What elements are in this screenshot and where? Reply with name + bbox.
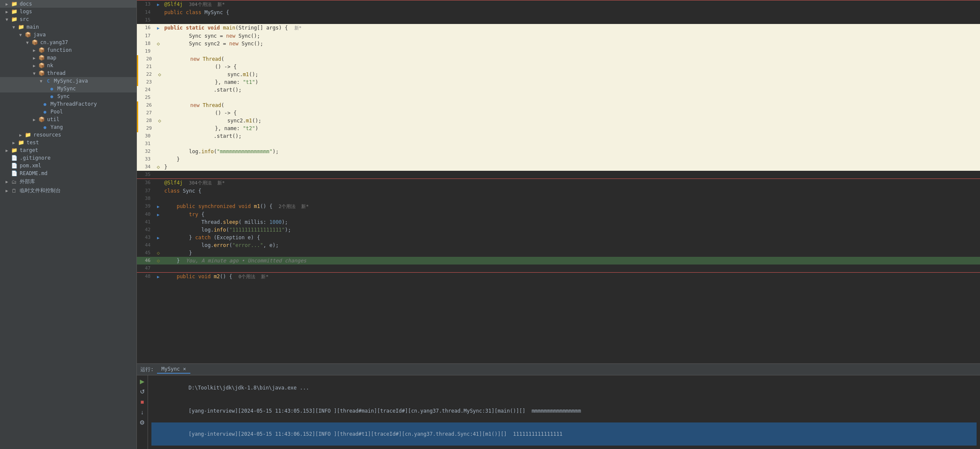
folder-icon: 📁 — [10, 16, 18, 22]
sidebar-label: util — [47, 116, 59, 122]
sidebar-item-external-libs[interactable]: ▶ 🗂 外部库 — [0, 177, 136, 186]
sidebar-item-main[interactable]: ▼ 📁 main — [0, 23, 136, 31]
sidebar-item-target[interactable]: ▶ 📁 target — [0, 146, 136, 154]
line-code: }, name: "t2") — [164, 125, 980, 132]
gutter — [155, 109, 164, 117]
line-code: public synchronized void m1() { 2个用法 新* — [163, 202, 980, 211]
sidebar-item-gitignore[interactable]: ▶ 📄 .gitignore — [0, 154, 136, 162]
expand-arrow: ▼ — [17, 33, 24, 37]
sidebar-item-readme[interactable]: ▶ 📄 README.md — [0, 169, 136, 177]
line-code — [163, 171, 980, 178]
gutter: ◇ — [154, 257, 163, 265]
folder-icon: 📁 — [10, 9, 18, 15]
line-number: 13 — [137, 0, 154, 9]
line-code: }, name: "t1") — [164, 78, 980, 86]
sidebar-item-thread[interactable]: ▼ 📦 thread — [0, 69, 136, 77]
file-icon: 📄 — [10, 155, 18, 161]
sidebar-item-mysync-java[interactable]: ▼ C MySync.java — [0, 77, 136, 85]
sidebar-label: main — [27, 24, 39, 30]
sidebar-item-yang[interactable]: ● Yang — [0, 123, 136, 131]
sidebar-item-pool[interactable]: ● Pool — [0, 108, 136, 116]
sidebar-item-mythreadfactory[interactable]: ● MyThreadFactory — [0, 100, 136, 108]
code-line-39: 39 ▶ public synchronized void m1() { 2个用… — [137, 202, 980, 211]
line-code — [163, 195, 980, 202]
line-number: 15 — [137, 16, 154, 24]
sidebar-label: MySync.java — [54, 78, 88, 84]
gutter — [155, 78, 164, 86]
line-number: 18 — [137, 40, 154, 48]
line-number: 41 — [137, 218, 154, 226]
expand-arrow: ▶ — [10, 140, 17, 145]
log-text: D:\Toolkit\jdk\jdk-1.8\bin\java.exe ... — [189, 385, 309, 391]
sidebar-item-java[interactable]: ▼ 📦 java — [0, 31, 136, 39]
sidebar-item-scratch[interactable]: ▶ 🗒 临时文件和控制台 — [0, 186, 136, 195]
file-icon: 📄 — [10, 163, 18, 169]
run-rerun-button[interactable]: ↺ — [138, 387, 147, 396]
sidebar-label: MySync — [57, 86, 76, 92]
class-icon: ● — [41, 109, 49, 115]
code-line-27: 27 () -> { — [137, 109, 980, 117]
line-number: 44 — [137, 241, 154, 249]
expand-arrow: ▶ — [31, 63, 38, 68]
gutter: ▶ — [154, 0, 163, 9]
folder-icon: 📁 — [17, 140, 25, 146]
sidebar-item-test[interactable]: ▶ 📁 test — [0, 139, 136, 146]
gutter: ▶ — [154, 211, 163, 218]
sidebar-item-nk[interactable]: ▶ 📦 nk — [0, 62, 136, 69]
expand-arrow: ▼ — [24, 40, 31, 45]
sidebar-item-map[interactable]: ▶ 📦 map — [0, 54, 136, 62]
expand-arrow: ▶ — [31, 48, 38, 53]
sidebar-item-logs[interactable]: ▶ 📁 logs — [0, 8, 136, 15]
sidebar-item-src[interactable]: ▼ 📁 src — [0, 15, 136, 23]
run-label: 运行: — [140, 366, 154, 373]
line-number: 47 — [137, 265, 154, 272]
package-icon: 📦 — [38, 47, 45, 53]
code-line-31: 31 — [137, 140, 980, 148]
line-number: 34 — [137, 163, 154, 171]
line-code — [163, 140, 980, 148]
sidebar-item-sync-class[interactable]: ● Sync — [0, 92, 136, 100]
run-tab-mysync[interactable]: MySync × — [157, 365, 190, 374]
expand-arrow: ▶ — [3, 188, 10, 193]
run-settings-button[interactable]: ⚙ — [138, 418, 147, 427]
sidebar-label: map — [47, 55, 56, 61]
run-log-area[interactable]: D:\Toolkit\jdk\jdk-1.8\bin\java.exe ... … — [148, 375, 980, 449]
code-line-29: 29 }, name: "t2") — [137, 125, 980, 132]
gutter: ◇ — [154, 40, 163, 48]
gutter: ▶ — [154, 202, 163, 211]
line-number: 48 — [137, 273, 154, 281]
gutter: ◇ — [154, 249, 163, 257]
code-line-14: 14 public class MySync { — [137, 9, 980, 16]
run-arrow[interactable]: ▶ — [157, 2, 160, 7]
line-code: } — [163, 249, 980, 257]
gutter — [154, 132, 163, 140]
sidebar-label: nk — [47, 62, 53, 68]
scratch-icon: 🗒 — [10, 188, 18, 194]
sidebar-label: .gitignore — [20, 155, 50, 161]
code-editor[interactable]: 13 ▶ @Slf4j 304个用法 新* 14 public class My… — [137, 0, 980, 363]
line-number: 36 — [137, 179, 154, 187]
run-scroll-button[interactable]: ↓ — [138, 408, 147, 416]
sidebar-item-pomxml[interactable]: ▶ 📄 pom.xml — [0, 162, 136, 169]
folder-icon: 📁 — [17, 24, 25, 30]
gutter — [154, 9, 163, 16]
run-play-button[interactable]: ▶ — [138, 377, 147, 386]
sidebar-item-cnyang37[interactable]: ▼ 📦 cn.yang37 — [0, 39, 136, 46]
sidebar-item-docs[interactable]: ▶ 📁 docs — [0, 0, 136, 8]
gutter: ▶ — [154, 234, 163, 241]
run-stop-button[interactable]: ■ — [138, 398, 147, 406]
code-line-44: 44 log.error("error...", e); — [137, 241, 980, 249]
sidebar-item-resources[interactable]: ▶ 📁 resources — [0, 131, 136, 139]
code-line-47: 47 — [137, 265, 980, 272]
code-line-40: 40 ▶ try { — [137, 211, 980, 218]
package-icon: 📦 — [38, 55, 45, 61]
class-icon: ● — [48, 86, 56, 92]
log-line-2: [yang-interview][2024-05-15 11:43:06.152… — [151, 422, 977, 446]
file-tree[interactable]: ▶ 📁 docs ▶ 📁 logs ▼ 📁 src ▼ 📁 main ▼ 📦 j… — [0, 0, 137, 449]
sidebar-item-function[interactable]: ▶ 📦 function — [0, 46, 136, 54]
code-line-22: 22 ◇ sync.m1(); — [137, 71, 980, 78]
line-code: .start(); — [163, 86, 980, 94]
sidebar-label: test — [27, 140, 39, 146]
sidebar-item-util[interactable]: ▶ 📦 util — [0, 116, 136, 123]
sidebar-item-mysync-class[interactable]: ● MySync — [0, 85, 136, 92]
